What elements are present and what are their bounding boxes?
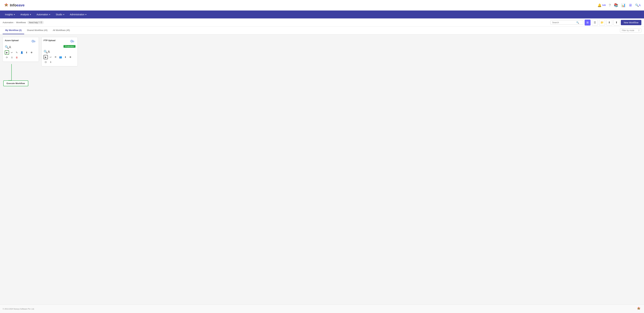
upload-button[interactable]: ⬆ [614, 20, 620, 26]
monitor-icon[interactable]: 📊 [621, 3, 626, 8]
filter-mode-label: Filter by mode [622, 29, 634, 32]
help-icon[interactable]: ? [609, 3, 611, 8]
top-header: Infoeave 🔔 545 ? 📚 📊 🖥 🔍A [0, 0, 644, 11]
download-button[interactable]: ⬇ [606, 20, 612, 26]
help-circle-icon: ⓪ [40, 21, 42, 24]
need-help-badge[interactable]: Need help ? ⓪ [27, 21, 44, 24]
connect-button-azure[interactable]: ⟳ [5, 55, 9, 60]
automation-caret-icon: ▼ [49, 14, 50, 16]
breadcrumb-automation[interactable]: Automation [3, 21, 14, 24]
card-actions-ftp: ▶ ↩ 👁 👥 ⬇ ❋ ⊡ ℹ [44, 55, 76, 64]
logo-text: Infoeave [10, 3, 24, 8]
new-workflow-button[interactable]: New Workflow [621, 20, 641, 25]
view-button-ftp[interactable]: 👁 [54, 55, 58, 59]
edit-button-azure[interactable]: ✎ [15, 50, 19, 55]
nav-administration-label: Administration [70, 13, 84, 16]
info-button-azure[interactable]: ℹ [10, 55, 14, 60]
upload-icon: ⬆ [616, 21, 618, 24]
main-content: Azure Upload ⚙ ⚙ 🔍A ▶ ↩ ✎ 👤 ⬇ ❋ ⟳ ℹ 🗑 [0, 34, 644, 117]
header-right: 🔔 545 ? 📚 📊 🖥 🔍A [598, 3, 641, 8]
workflow-card-azure-upload: Azure Upload ⚙ ⚙ 🔍A ▶ ↩ ✎ 👤 ⬇ ❋ ⟳ ℹ 🗑 [3, 37, 39, 62]
nav-studio[interactable]: Studio ▼ [54, 12, 67, 17]
download-icon: ⬇ [608, 21, 610, 24]
search-box: 🔍 [550, 21, 583, 25]
search-input[interactable] [552, 21, 575, 24]
nav-automation-label: Automation [36, 13, 48, 16]
studio-caret-icon: ▼ [63, 14, 65, 16]
card-avatar-ftp: 🔍A [44, 50, 76, 54]
nav-insights[interactable]: Insights ▼ [3, 12, 18, 17]
nav-automation[interactable]: Automation ▼ [34, 12, 53, 17]
workflows-grid: Azure Upload ⚙ ⚙ 🔍A ▶ ↩ ✎ 👤 ⬇ ❋ ⟳ ℹ 🗑 [0, 34, 644, 69]
history-button-azure[interactable]: ↩ [10, 50, 14, 55]
notification-count: 545 [602, 4, 606, 7]
breadcrumb-separator: › [14, 21, 15, 24]
list-icon: ☰ [594, 21, 596, 24]
tooltip-label: Execute Workflow [6, 82, 25, 85]
workflow-card-ftp-upload: FTP Upload ⚙ ⚙ Production 🔍A ▶ ↩ 👁 👥 ⬇ ❋… [42, 37, 78, 66]
execute-workflow-button-ftp[interactable]: ▶ [44, 55, 48, 59]
tab-shared-workflow[interactable]: Shared Workflow (43) [24, 27, 50, 34]
analysis-caret-icon: ▼ [30, 14, 31, 16]
filter-mode-caret-icon: ▽ [638, 29, 640, 32]
tabs-bar: My Workflow (2) Shared Workflow (43) All… [0, 27, 644, 34]
info-button-ftp[interactable]: ℹ [48, 60, 53, 64]
card-title-ftp: FTP Upload [44, 39, 56, 42]
user-icon[interactable]: 🔍A [635, 4, 641, 7]
breadcrumb-workflows[interactable]: Workflows [16, 21, 26, 24]
upload-button-azure[interactable]: 👤 [20, 50, 24, 55]
folder-add-icon: 📁 [600, 21, 604, 24]
need-help-text: Need help ? [29, 22, 40, 24]
card-header-ftp: FTP Upload ⚙ ⚙ [44, 39, 76, 44]
gear-small-icon-ftp: ⚙ [72, 40, 74, 45]
book-icon[interactable]: 📚 [614, 3, 618, 8]
card-actions-azure: ▶ ↩ ✎ 👤 ⬇ ❋ ⟳ ℹ 🗑 [5, 50, 37, 60]
nav-insights-label: Insights [5, 13, 13, 16]
new-workflow-label: New Workflow [624, 21, 638, 24]
add-folder-button[interactable]: 📁 [599, 20, 605, 26]
tab-my-workflow[interactable]: My Workflow (2) [3, 27, 24, 34]
production-badge: Production [64, 45, 76, 48]
share-button-ftp[interactable]: ❋ [68, 55, 72, 59]
list-view-button[interactable]: ☰ [592, 20, 598, 26]
share-button-azure[interactable]: ❋ [30, 50, 34, 55]
upload-user-button-ftp[interactable]: 👥 [58, 55, 63, 59]
insights-caret-icon: ▼ [14, 14, 15, 16]
logo-icon [3, 2, 9, 8]
execute-workflow-tooltip: Execute Workflow [3, 81, 28, 86]
nav-bar: Insights ▼ Analysis ▼ Automation ▼ Studi… [0, 11, 644, 19]
download-button-azure[interactable]: ⬇ [24, 50, 29, 55]
gear-icon-ftp: ⚙ ⚙ [70, 39, 76, 44]
execute-workflow-button[interactable]: ▶ [5, 50, 9, 55]
administration-caret-icon: ▼ [85, 14, 87, 16]
logo[interactable]: Infoeave [3, 2, 24, 8]
tab-all-workflows-label: All Workflows (45) [53, 29, 70, 32]
notification-bell[interactable]: 🔔 545 [598, 3, 606, 7]
tab-my-workflow-label: My Workflow (2) [5, 29, 22, 32]
download-button-ftp[interactable]: ⬇ [63, 55, 68, 59]
connect-button-ftp[interactable]: ⊡ [44, 60, 48, 64]
history-button-ftp[interactable]: ↩ [48, 55, 53, 59]
filter-mode-dropdown[interactable]: Filter by mode ▽ [620, 29, 641, 33]
toolbar: Automation › Workflows Need help ? ⓪ 🔍 ⊞… [0, 19, 644, 27]
card-header-azure: Azure Upload ⚙ ⚙ [5, 39, 37, 44]
nav-analysis[interactable]: Analysis ▼ [18, 12, 34, 17]
search-icon: 🔍 [576, 21, 579, 24]
breadcrumb: Automation › Workflows [3, 21, 26, 24]
card-avatar-azure: 🔍A [5, 45, 37, 49]
gear-icon-azure: ⚙ ⚙ [31, 39, 37, 44]
nav-administration[interactable]: Administration ▼ [68, 12, 89, 17]
nav-studio-label: Studio [56, 13, 62, 16]
grid-view-button[interactable]: ⊞ [585, 20, 590, 26]
grid-icon: ⊞ [586, 21, 588, 24]
nav-analysis-label: Analysis [20, 13, 29, 16]
card-title-azure: Azure Upload [5, 39, 18, 42]
gear-small-icon: ⚙ [34, 40, 36, 45]
tab-shared-workflow-label: Shared Workflow (43) [27, 29, 47, 32]
delete-button-azure[interactable]: 🗑 [15, 55, 19, 60]
bell-icon: 🔔 [598, 3, 602, 7]
desktop-icon[interactable]: 🖥 [628, 3, 632, 8]
tab-all-workflows[interactable]: All Workflows (45) [50, 27, 73, 34]
